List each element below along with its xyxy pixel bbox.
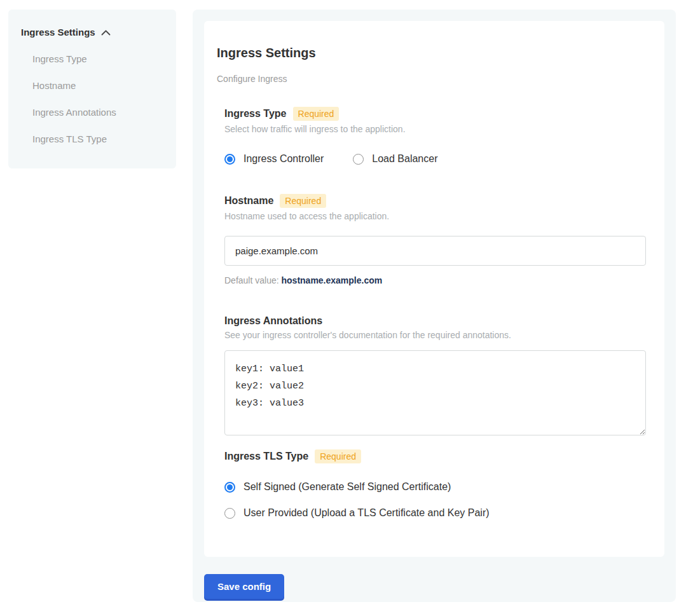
radio-label: Load Balancer [372, 153, 437, 165]
sidebar-item-ingress-annotations[interactable]: Ingress Annotations [32, 107, 163, 118]
radio-icon[interactable] [224, 508, 235, 519]
radio-icon[interactable] [353, 154, 364, 165]
ingress-type-radio-group: Ingress Controller Load Balancer [224, 153, 645, 165]
hostname-input[interactable] [224, 236, 646, 266]
section-ingress-annotations: Ingress Annotations See your ingress con… [224, 315, 645, 435]
sidebar-nav: Ingress Type Hostname Ingress Annotation… [21, 54, 163, 144]
page: Ingress Settings Ingress Type Hostname I… [0, 0, 693, 616]
save-config-button[interactable]: Save config [204, 574, 284, 599]
radio-icon[interactable] [224, 154, 235, 165]
sidebar-item-ingress-tls-type[interactable]: Ingress TLS Type [32, 134, 163, 144]
ingress-type-help: Select how traffic will ingress to the a… [224, 124, 645, 134]
page-title: Ingress Settings [217, 46, 645, 60]
radio-option-load-balancer[interactable]: Load Balancer [353, 153, 437, 165]
config-card: Ingress Settings Configure Ingress Ingre… [204, 21, 664, 557]
sidebar-group-ingress-settings[interactable]: Ingress Settings [21, 27, 163, 38]
ingress-type-label: Ingress Type [224, 108, 287, 120]
radio-icon[interactable] [224, 482, 235, 493]
annotations-help: See your ingress controller's documentat… [224, 330, 645, 340]
sidebar-item-hostname[interactable]: Hostname [32, 81, 163, 91]
required-badge: Required [293, 107, 340, 121]
default-value-prefix: Default value: [224, 275, 282, 285]
hostname-help: Hostname used to access the application. [224, 211, 645, 221]
radio-label: Self Signed (Generate Self Signed Certif… [244, 481, 451, 493]
save-row: Save config [204, 574, 664, 599]
radio-label: Ingress Controller [244, 153, 324, 165]
annotations-textarea[interactable]: key1: value1 key2: value2 key3: value3 [224, 350, 646, 435]
radio-label: User Provided (Upload a TLS Certificate … [244, 507, 490, 519]
hostname-default-line: Default value: hostname.example.com [224, 275, 645, 285]
sidebar-item-ingress-type[interactable]: Ingress Type [32, 54, 163, 64]
config-panel: Ingress Settings Configure Ingress Ingre… [193, 10, 676, 602]
section-ingress-tls-type: Ingress TLS Type Required Self Signed (G… [224, 449, 645, 519]
default-value-link[interactable]: hostname.example.com [282, 275, 383, 285]
hostname-label: Hostname [224, 195, 273, 207]
radio-option-self-signed[interactable]: Self Signed (Generate Self Signed Certif… [224, 481, 645, 493]
chevron-up-icon[interactable] [101, 30, 111, 36]
section-hostname: Hostname Required Hostname used to acces… [224, 194, 645, 285]
section-ingress-type: Ingress Type Required Select how traffic… [224, 107, 645, 165]
radio-option-ingress-controller[interactable]: Ingress Controller [224, 153, 324, 165]
page-subtitle: Configure Ingress [217, 74, 645, 84]
tls-type-label: Ingress TLS Type [224, 451, 308, 462]
sidebar: Ingress Settings Ingress Type Hostname I… [8, 10, 176, 168]
required-badge: Required [315, 449, 361, 463]
annotations-label: Ingress Annotations [224, 315, 322, 327]
sidebar-group-label: Ingress Settings [21, 27, 95, 38]
required-badge: Required [280, 194, 326, 208]
tls-radio-group: Self Signed (Generate Self Signed Certif… [224, 481, 645, 519]
radio-option-user-provided[interactable]: User Provided (Upload a TLS Certificate … [224, 507, 645, 519]
